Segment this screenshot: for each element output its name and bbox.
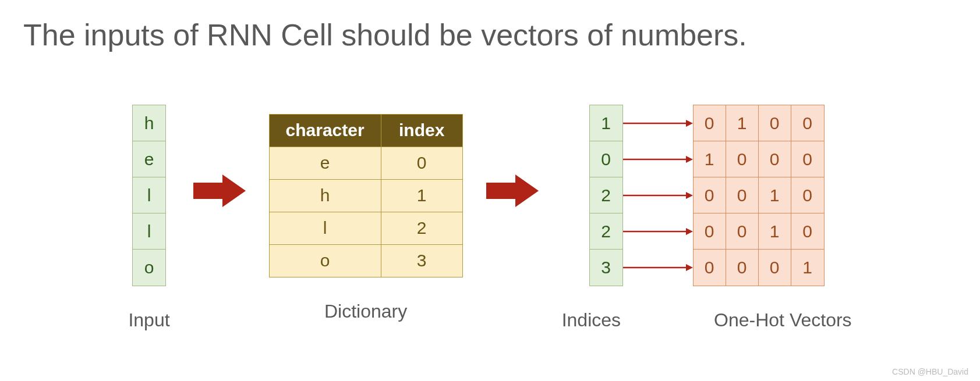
thin-arrows-group: [623, 105, 693, 286]
onehot-label: One-Hot Vectors: [714, 309, 852, 331]
svg-marker-5: [686, 156, 693, 163]
onehot-cell: 0: [759, 105, 791, 141]
onehot-cell: 1: [759, 213, 791, 250]
dictionary-table: character index e 0 h 1 l 2 o: [269, 114, 463, 277]
dict-row: e 0: [269, 147, 462, 179]
onehot-cell: 1: [694, 141, 726, 177]
input-label: Input: [128, 309, 169, 331]
indices-onehot-block: 1 0 2 2 3 0 1 0 0 1 0 0 0: [589, 105, 825, 286]
svg-marker-3: [686, 120, 693, 127]
arrow-right-icon: [486, 175, 539, 207]
onehot-cell: 0: [694, 250, 726, 286]
dict-index: 0: [381, 147, 462, 179]
dict-char: l: [269, 212, 381, 244]
dictionary-column: character index e 0 h 1 l 2 o: [269, 114, 463, 322]
index-cell: 3: [590, 250, 622, 286]
arrow-right-thin-icon: [623, 250, 693, 286]
input-vector: h e l l o: [132, 105, 166, 286]
dict-index: 2: [381, 212, 462, 244]
onehot-cell: 0: [726, 250, 759, 286]
indices-onehot-column: 1 0 2 2 3 0 1 0 0 1 0 0 0: [562, 105, 852, 331]
onehot-cell: 0: [759, 250, 791, 286]
input-cell: e: [133, 141, 165, 177]
svg-marker-11: [686, 264, 693, 271]
onehot-cell: 0: [694, 105, 726, 141]
dict-header-index: index: [381, 114, 462, 147]
arrow-right-thin-icon: [623, 105, 693, 141]
index-cell: 0: [590, 141, 622, 177]
arrow-right-thin-icon: [623, 177, 693, 213]
dict-char: h: [269, 179, 381, 212]
index-cell: 2: [590, 177, 622, 213]
dict-header-char: character: [269, 114, 381, 147]
dict-char: e: [269, 147, 381, 179]
onehot-cell: 0: [726, 177, 759, 213]
dict-index: 1: [381, 179, 462, 212]
input-column: h e l l o Input: [128, 105, 169, 331]
onehot-cell: 0: [694, 213, 726, 250]
page-title: The inputs of RNN Cell should be vectors…: [23, 17, 957, 52]
arrow-right-thin-icon: [623, 141, 693, 177]
input-cell: h: [133, 105, 165, 141]
input-cell: l: [133, 213, 165, 250]
index-cell: 2: [590, 213, 622, 250]
onehot-cell: 0: [791, 213, 824, 250]
onehot-cell: 0: [726, 141, 759, 177]
arrow-right-icon: [193, 175, 246, 207]
svg-marker-7: [686, 192, 693, 199]
indices-vector: 1 0 2 2 3: [589, 105, 623, 286]
svg-marker-1: [486, 175, 539, 207]
dict-row: h 1: [269, 179, 462, 212]
input-cell: l: [133, 177, 165, 213]
dict-row: o 3: [269, 244, 462, 277]
onehot-cell: 1: [759, 177, 791, 213]
svg-marker-0: [193, 175, 246, 207]
onehot-cell: 0: [694, 177, 726, 213]
arrow-right-thin-icon: [623, 213, 693, 250]
indices-label: Indices: [562, 309, 621, 331]
onehot-cell: 0: [759, 141, 791, 177]
input-cell: o: [133, 250, 165, 286]
onehot-cell: 0: [791, 141, 824, 177]
diagram-row: h e l l o Input character index e 0: [23, 105, 957, 331]
dictionary-label: Dictionary: [324, 301, 407, 322]
dict-row: l 2: [269, 212, 462, 244]
indices-onehot-labels: Indices One-Hot Vectors: [562, 309, 852, 331]
onehot-cell: 0: [726, 213, 759, 250]
svg-marker-9: [686, 228, 693, 235]
onehot-cell: 1: [726, 105, 759, 141]
onehot-cell: 0: [791, 105, 824, 141]
dict-index: 3: [381, 244, 462, 277]
onehot-cell: 1: [791, 250, 824, 286]
onehot-cell: 0: [791, 177, 824, 213]
index-cell: 1: [590, 105, 622, 141]
onehot-grid: 0 1 0 0 1 0 0 0 0 0 1 0 0 0 1 0 0 0 0 1: [693, 105, 825, 286]
dict-char: o: [269, 244, 381, 277]
